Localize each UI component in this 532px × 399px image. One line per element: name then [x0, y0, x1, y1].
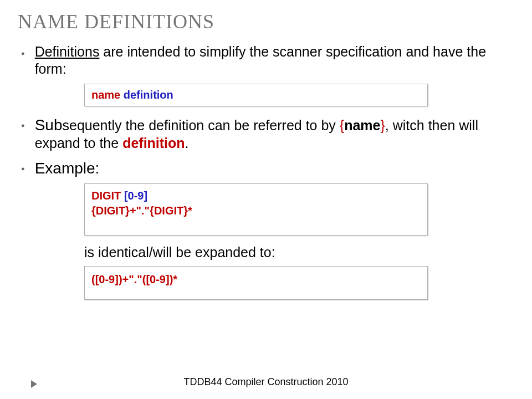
definition-word: definition — [122, 135, 185, 151]
b2-part1: sequently the definition can be referred… — [62, 117, 339, 133]
name-word: name — [344, 117, 380, 133]
b2-part3: . — [185, 135, 189, 151]
code-box-name-definition: name definition — [84, 84, 428, 106]
example-label: Example: — [35, 160, 100, 177]
sub-prefix: Sub — [35, 116, 63, 134]
code-line-2: {DIGIT}+"."{DIGIT}* — [91, 203, 421, 218]
bullet-text-1: Definitions are intended to simplify the… — [35, 43, 514, 78]
expanded-code: ([0-9])+"."([0-9])* — [91, 273, 177, 285]
brace-close: } — [380, 117, 385, 133]
code-name: name — [91, 89, 120, 101]
bullet-marker: ● — [21, 165, 25, 172]
bullet-item-1: ● Definitions are intended to simplify t… — [18, 43, 514, 78]
definitions-underlined: Definitions — [35, 44, 100, 59]
code-definition: definition — [124, 89, 173, 101]
bullet-marker: ● — [21, 122, 25, 129]
bullet-item-2: ● Subsequently the definition can be ref… — [18, 115, 514, 152]
digit-def: [0-9] — [124, 190, 147, 202]
brace-open: { — [340, 117, 344, 133]
slide-title: NAME DEFINITIONS — [18, 10, 514, 33]
bullet-text-2: Subsequently the definition can be refer… — [35, 115, 514, 152]
footer-text: TDDB44 Compiler Construction 2010 — [0, 376, 532, 388]
code-box-digit-example: DIGIT [0-9] {DIGIT}+"."{DIGIT}* — [84, 183, 428, 236]
bullet-marker: ● — [21, 50, 25, 57]
bullet-item-3: ● Example: — [18, 158, 514, 178]
digit-name: DIGIT — [91, 190, 124, 202]
expanded-label: is identical/will be expanded to: — [84, 244, 514, 260]
bullet1-rest: are intended to simplify the scanner spe… — [35, 44, 486, 76]
code-line-1: DIGIT [0-9] — [91, 188, 421, 203]
code-box-expanded: ([0-9])+"."([0-9])* — [84, 266, 428, 300]
bullet-text-3: Example: — [35, 158, 100, 178]
